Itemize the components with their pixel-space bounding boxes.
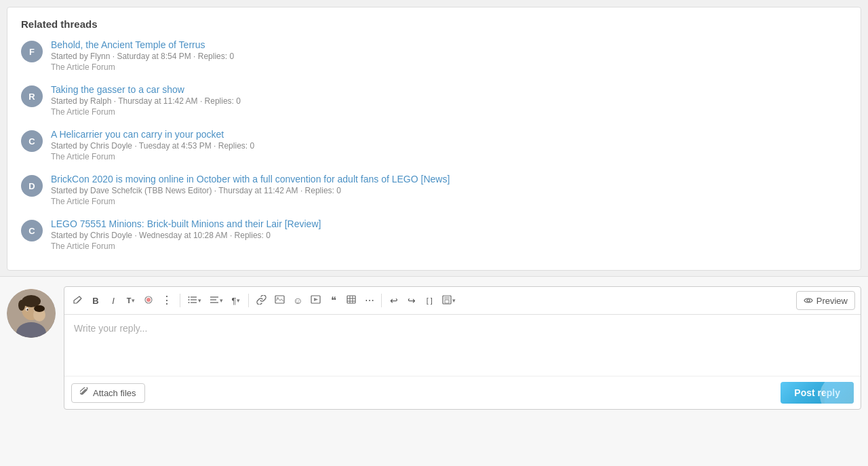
toolbar-divider-1	[180, 294, 180, 307]
paragraph-button[interactable]: ¶ ▾	[228, 292, 244, 309]
svg-point-17	[189, 296, 190, 298]
avatar-photo	[7, 289, 56, 338]
related-threads-section: Related threads FBehold, the Ancient Tem…	[7, 7, 861, 271]
thread-content: Behold, the Ancient Temple of TerrusStar…	[51, 39, 234, 72]
more-text-icon: ⋮	[161, 295, 172, 306]
svg-point-19	[189, 302, 190, 303]
save-draft-icon	[442, 295, 452, 307]
quote-icon: ❝	[331, 294, 336, 307]
thread-avatar: R	[21, 85, 43, 107]
italic-button[interactable]: I	[105, 292, 121, 309]
save-draft-button[interactable]: ▾	[439, 292, 459, 309]
svg-point-13	[146, 298, 151, 302]
thread-meta: Started by Chris Doyle · Tuesday at 4:53…	[51, 141, 254, 151]
reply-btn-decorative-overlay	[825, 382, 854, 404]
code-button[interactable]: [ ]	[421, 292, 437, 309]
user-avatar	[7, 289, 56, 338]
svg-point-35	[807, 299, 810, 302]
svg-rect-34	[445, 300, 449, 303]
thread-title[interactable]: A Helicarrier you can carry in your pock…	[51, 129, 254, 140]
quote-button[interactable]: ❝	[326, 292, 342, 309]
thread-content: A Helicarrier you can carry in your pock…	[51, 129, 254, 161]
svg-point-10	[34, 305, 45, 312]
link-button[interactable]	[253, 292, 270, 309]
text-color-icon	[144, 295, 153, 307]
bold-icon: B	[92, 296, 98, 306]
italic-icon: I	[112, 296, 115, 306]
align-icon	[210, 296, 219, 306]
media-button[interactable]	[307, 292, 324, 309]
bold-button[interactable]: B	[87, 292, 104, 309]
align-arrow-icon: ▾	[220, 297, 223, 304]
post-reply-button[interactable]: Post reply	[781, 382, 854, 404]
media-icon	[311, 295, 321, 306]
link-icon	[256, 295, 267, 307]
list-button[interactable]: ▾	[184, 292, 205, 309]
text-color-button[interactable]	[140, 292, 157, 309]
svg-line-11	[77, 299, 81, 303]
thread-meta: Started by Ralph · Thursday at 11:42 AM …	[51, 96, 241, 106]
thread-avatar: C	[21, 130, 43, 152]
editor-body[interactable]: Write your reply...	[64, 315, 861, 376]
toolbar-divider-2	[248, 294, 249, 307]
undo-button[interactable]: ↩	[386, 292, 402, 309]
more-insert-button[interactable]: ⋯	[361, 292, 377, 309]
more-insert-icon: ⋯	[365, 295, 374, 306]
editor-footer: Attach files Post reply	[64, 376, 861, 409]
eraser-button[interactable]	[70, 292, 86, 309]
thread-item: FBehold, the Ancient Temple of TerrusSta…	[21, 39, 847, 72]
thread-forum: The Article Forum	[51, 62, 234, 72]
thread-avatar: D	[21, 175, 43, 197]
thread-title[interactable]: LEGO 75551 Minions: Brick-built Minions …	[51, 218, 321, 229]
thread-item: RTaking the gasser to a car showStarted …	[21, 84, 847, 117]
svg-point-4	[18, 300, 25, 311]
image-button[interactable]	[271, 292, 288, 309]
undo-icon: ↩	[390, 295, 398, 306]
image-icon	[275, 295, 285, 306]
reply-section: B I T ▾ ⋮ ▾	[0, 276, 868, 466]
paperclip-icon	[80, 387, 89, 399]
table-icon	[347, 295, 356, 306]
list-icon	[188, 296, 197, 306]
svg-marker-26	[314, 298, 318, 301]
svg-point-7	[26, 309, 28, 311]
thread-title[interactable]: Taking the gasser to a car show	[51, 84, 241, 95]
thread-title[interactable]: BrickCon 2020 is moving online in Octobe…	[51, 174, 450, 185]
attach-label: Attach files	[93, 388, 136, 398]
threads-list: FBehold, the Ancient Temple of TerrusSta…	[21, 39, 847, 251]
attach-files-button[interactable]: Attach files	[71, 383, 145, 403]
post-reply-label: Post reply	[794, 387, 840, 398]
save-draft-arrow-icon: ▾	[452, 297, 456, 304]
thread-forum: The Article Forum	[51, 152, 254, 161]
table-button[interactable]	[343, 292, 359, 309]
eraser-icon	[73, 295, 83, 307]
text-size-button[interactable]: T ▾	[123, 292, 139, 309]
emoji-icon: ☺	[293, 295, 302, 306]
redo-button[interactable]: ↪	[403, 292, 420, 309]
thread-item: CLEGO 75551 Minions: Brick-built Minions…	[21, 218, 847, 251]
preview-button[interactable]: Preview	[796, 291, 855, 310]
thread-meta: Started by Flynn · Saturday at 8:54 PM ·…	[51, 52, 234, 61]
thread-item: DBrickCon 2020 is moving online in Octob…	[21, 174, 847, 206]
thread-title[interactable]: Behold, the Ancient Temple of Terrus	[51, 39, 234, 50]
thread-item: CA Helicarrier you can carry in your poc…	[21, 129, 847, 161]
paragraph-icon: ¶	[232, 296, 237, 306]
more-text-button[interactable]: ⋮	[158, 292, 176, 309]
thread-content: BrickCon 2020 is moving online in Octobe…	[51, 174, 450, 206]
section-title: Related threads	[21, 18, 847, 30]
editor-placeholder: Write your reply...	[74, 323, 147, 334]
align-button[interactable]: ▾	[206, 292, 226, 309]
code-icon: [ ]	[427, 296, 433, 305]
thread-forum: The Article Forum	[51, 241, 321, 251]
thread-forum: The Article Forum	[51, 107, 241, 117]
thread-meta: Started by Chris Doyle · Wednesday at 10…	[51, 231, 321, 240]
thread-avatar: C	[21, 220, 43, 241]
svg-point-18	[189, 299, 190, 300]
preview-icon	[804, 296, 813, 306]
text-size-icon: T	[127, 296, 132, 305]
toolbar-divider-3	[381, 294, 382, 307]
paragraph-arrow-icon: ▾	[237, 297, 240, 304]
list-arrow-icon: ▾	[198, 297, 201, 304]
svg-rect-33	[444, 296, 450, 299]
emoji-button[interactable]: ☺	[290, 292, 306, 309]
